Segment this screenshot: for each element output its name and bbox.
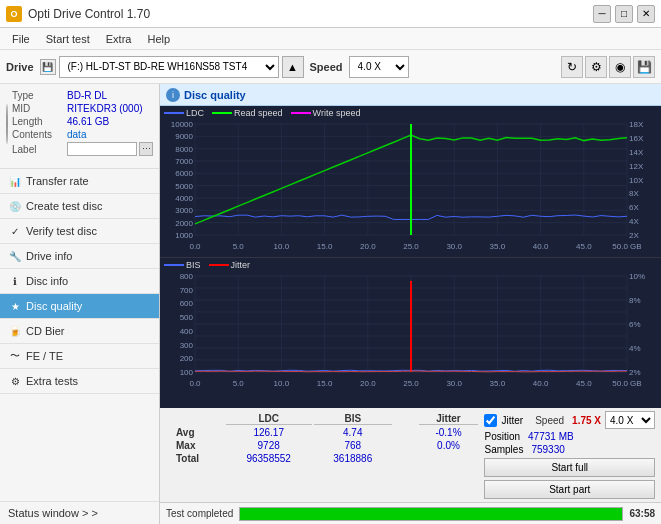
- sidebar-item-disc-info[interactable]: ℹ Disc info: [0, 269, 159, 294]
- menu-file[interactable]: File: [4, 31, 38, 47]
- nav-label-verify-test-disc: Verify test disc: [26, 225, 97, 237]
- mid-value: RITEKDR3 (000): [67, 103, 143, 114]
- title-bar: O Opti Drive Control 1.70 ─ □ ✕: [0, 0, 661, 28]
- disc-info-icon: ℹ: [8, 274, 22, 288]
- right-controls: Jitter Speed 1.75 X 4.0 X Position 47731…: [484, 411, 655, 499]
- save-icon[interactable]: 💾: [633, 56, 655, 78]
- window-controls[interactable]: ─ □ ✕: [593, 5, 655, 23]
- samples-row: Samples 759330: [484, 444, 655, 455]
- speed-value-stats: 1.75 X: [572, 415, 601, 426]
- progress-bar-fill: [240, 508, 622, 520]
- disc-icon-row: Type BD-R DL MID RITEKDR3 (000) Length 4…: [6, 90, 153, 158]
- bottom-chart: BIS Jitter: [160, 258, 661, 409]
- toolbar: Drive 💾 (F:) HL-DT-ST BD-RE WH16NS58 TST…: [0, 50, 661, 84]
- extra-tests-icon: ⚙: [8, 374, 22, 388]
- sidebar-item-fe-te[interactable]: 〜 FE / TE: [0, 344, 159, 369]
- read-speed-legend-label: Read speed: [234, 108, 283, 118]
- refresh-icon[interactable]: ↻: [561, 56, 583, 78]
- read-speed-legend-dot: [212, 112, 232, 114]
- sidebar-item-extra-tests[interactable]: ⚙ Extra tests: [0, 369, 159, 394]
- ldc-col-header: LDC: [226, 413, 312, 425]
- avg-ldc: 126.17: [226, 427, 312, 438]
- bottom-chart-legend: BIS Jitter: [164, 260, 250, 270]
- toolbar-icons: ↻ ⚙ ◉ 💾: [561, 56, 655, 78]
- jitter-row: Jitter Speed 1.75 X 4.0 X: [484, 411, 655, 429]
- bottom-chart-canvas: [160, 258, 657, 388]
- total-label: Total: [168, 453, 224, 464]
- legend-bis: BIS: [164, 260, 201, 270]
- nav-label-transfer-rate: Transfer rate: [26, 175, 89, 187]
- erase-icon[interactable]: ◉: [609, 56, 631, 78]
- disc-type-row: Type BD-R DL: [12, 90, 153, 101]
- disc-label-row: Label ⋯: [12, 142, 153, 156]
- disc-info-panel: Type BD-R DL MID RITEKDR3 (000) Length 4…: [0, 84, 159, 169]
- type-label: Type: [12, 90, 67, 101]
- chart-header-icon: i: [166, 88, 180, 102]
- menu-extra[interactable]: Extra: [98, 31, 140, 47]
- start-part-button[interactable]: Start part: [484, 480, 655, 499]
- legend-jitter: Jitter: [209, 260, 251, 270]
- menu-bar: File Start test Extra Help: [0, 28, 661, 50]
- bis-col-header: BIS: [314, 413, 392, 425]
- minimize-button[interactable]: ─: [593, 5, 611, 23]
- top-chart: LDC Read speed Write speed: [160, 106, 661, 258]
- disc-quality-icon: ★: [8, 299, 22, 313]
- verify-test-disc-icon: ✓: [8, 224, 22, 238]
- speed-label: Speed: [310, 61, 343, 73]
- speed-select-stats[interactable]: 4.0 X: [605, 411, 655, 429]
- drive-icon: 💾: [40, 59, 56, 75]
- sidebar-item-disc-quality[interactable]: ★ Disc quality: [0, 294, 159, 319]
- sidebar-item-verify-test-disc[interactable]: ✓ Verify test disc: [0, 219, 159, 244]
- content-area: i Disc quality LDC Read speed Write spee…: [160, 84, 661, 524]
- drive-select[interactable]: (F:) HL-DT-ST BD-RE WH16NS58 TST4: [59, 56, 279, 78]
- jitter-checkbox[interactable]: [484, 414, 497, 427]
- drive-info-icon: 🔧: [8, 249, 22, 263]
- status-time: 63:58: [629, 508, 655, 519]
- settings-icon[interactable]: ⚙: [585, 56, 607, 78]
- nav-label-extra-tests: Extra tests: [26, 375, 78, 387]
- ldc-legend-label: LDC: [186, 108, 204, 118]
- position-row: Position 47731 MB: [484, 431, 655, 442]
- disc-length-row: Length 46.61 GB: [12, 116, 153, 127]
- cd-bier-icon: 🍺: [8, 324, 22, 338]
- length-label: Length: [12, 116, 67, 127]
- top-chart-legend: LDC Read speed Write speed: [164, 108, 360, 118]
- status-window-button[interactable]: Status window > >: [0, 501, 159, 524]
- sidebar-item-create-test-disc[interactable]: 💿 Create test disc: [0, 194, 159, 219]
- contents-value: data: [67, 129, 86, 140]
- sidebar-item-drive-info[interactable]: 🔧 Drive info: [0, 244, 159, 269]
- label-input[interactable]: [67, 142, 137, 156]
- close-button[interactable]: ✕: [637, 5, 655, 23]
- title-bar-left: O Opti Drive Control 1.70: [6, 6, 150, 22]
- menu-help[interactable]: Help: [139, 31, 178, 47]
- nav-label-cd-bier: CD Bier: [26, 325, 65, 337]
- mid-label: MID: [12, 103, 67, 114]
- menu-start-test[interactable]: Start test: [38, 31, 98, 47]
- position-value: 47731 MB: [528, 431, 574, 442]
- eject-button[interactable]: ▲: [282, 56, 304, 78]
- start-full-button[interactable]: Start full: [484, 458, 655, 477]
- label-btn[interactable]: ⋯: [139, 142, 153, 156]
- stats-header-row: LDC BIS Jitter: [168, 413, 478, 425]
- progress-bar-container: [239, 507, 623, 521]
- top-chart-canvas: [160, 106, 657, 251]
- status-window-label: Status window > >: [8, 507, 98, 519]
- disc-icon: [6, 104, 8, 144]
- sidebar-item-transfer-rate[interactable]: 📊 Transfer rate: [0, 169, 159, 194]
- stats-max-row: Max 9728 768 0.0%: [168, 440, 478, 451]
- main-layout: Type BD-R DL MID RITEKDR3 (000) Length 4…: [0, 84, 661, 524]
- legend-read-speed: Read speed: [212, 108, 283, 118]
- stats-total-row: Total 96358552 3618886: [168, 453, 478, 464]
- chart-title: Disc quality: [184, 89, 246, 101]
- action-buttons: Start full Start part: [484, 458, 655, 499]
- fe-te-icon: 〜: [8, 349, 22, 363]
- sidebar-item-cd-bier[interactable]: 🍺 CD Bier: [0, 319, 159, 344]
- drive-label: Drive: [6, 61, 34, 73]
- bis-legend-dot: [164, 264, 184, 266]
- max-bis: 768: [314, 440, 392, 451]
- maximize-button[interactable]: □: [615, 5, 633, 23]
- speed-select[interactable]: 4.0 X: [349, 56, 409, 78]
- nav-label-drive-info: Drive info: [26, 250, 72, 262]
- sidebar: Type BD-R DL MID RITEKDR3 (000) Length 4…: [0, 84, 160, 524]
- chart-header: i Disc quality: [160, 84, 661, 106]
